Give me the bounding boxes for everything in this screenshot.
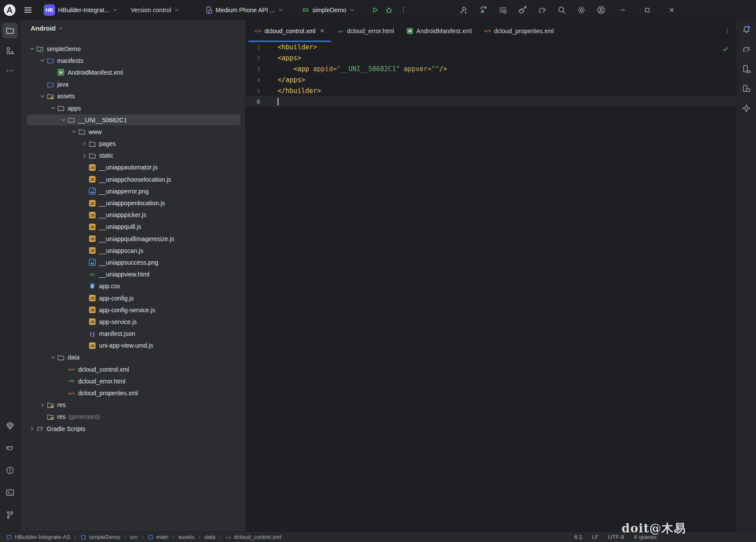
device-selector[interactable]: Medium Phone API ... [205, 6, 283, 14]
tree-item-__uniappscan.js[interactable]: JS__uniappscan.js [20, 245, 245, 256]
chevron-down-icon[interactable] [49, 354, 57, 361]
sync-alpha-button[interactable]: A [479, 6, 488, 14]
attach-debugger-button[interactable] [518, 6, 527, 14]
status-item-utf-8[interactable]: UTF-8 [608, 534, 624, 540]
tree-item-dcloud_control.xml[interactable]: </>dcloud_control.xml [20, 363, 245, 375]
tree-item-__uniappsuccess.png[interactable]: __uniappsuccess.png [20, 256, 245, 268]
more-actions-button[interactable] [400, 7, 407, 14]
tree-item-__uniappview.html[interactable]: <>__uniappview.html [20, 269, 245, 280]
chevron-right-icon[interactable] [28, 425, 36, 432]
breadcrumb-item-simpledemo[interactable]: simpleDemo [80, 534, 120, 540]
breadcrumb-item-assets[interactable]: assets [178, 534, 195, 540]
tree-item-dcloud_error.html[interactable]: <>dcloud_error.html [20, 375, 245, 387]
tree-item-gradle-scripts[interactable]: Gradle Scripts [20, 423, 245, 435]
code-line-6[interactable]: 6 [246, 96, 736, 107]
tree-item-data[interactable]: data [20, 352, 245, 363]
chevron-down-icon[interactable] [70, 128, 78, 135]
debug-button[interactable] [385, 6, 393, 14]
vcs-widget[interactable]: Version control [131, 7, 180, 14]
status-item-4-spaces[interactable]: 4 spaces [634, 534, 656, 540]
tree-item-__uniappopenlocation.js[interactable]: JS__uniappopenlocation.js [20, 197, 245, 209]
tree-item-simpledemo[interactable]: simpleDemo [20, 43, 245, 55]
breadcrumb-item-main[interactable]: main [148, 534, 168, 540]
code-line-4[interactable]: 4</apps> [246, 75, 736, 86]
inspection-ok-icon[interactable] [722, 45, 729, 52]
tool-button-project-folder[interactable] [2, 23, 18, 38]
editor[interactable]: 1<hbuilder>2<apps>3 <app appid="__UNI__5… [246, 42, 736, 532]
tool-button-ai-star[interactable] [739, 100, 754, 116]
chevron-right-icon[interactable] [80, 152, 88, 159]
tree-item-www[interactable]: www [20, 126, 245, 138]
breadcrumb-item-data[interactable]: data [204, 534, 215, 540]
tree-item-__uniapppicker.js[interactable]: JS__uniapppicker.js [20, 209, 245, 221]
code-line-3[interactable]: 3 <app appid="__UNI__50682C1" appver=""/… [246, 64, 736, 75]
tree-item-manifests[interactable]: manifests [20, 55, 245, 66]
code-line-1[interactable]: 1<hbuilder> [246, 42, 736, 53]
tree-item-app-config.js[interactable]: JSapp-config.js [20, 292, 245, 304]
tab-dcloud_control.xml[interactable]: </>dcloud_control.xml✕ [248, 20, 331, 41]
tree-item-uni-app-view.umd.js[interactable]: JSuni-app-view.umd.js [20, 340, 245, 352]
chevron-right-icon[interactable] [38, 401, 46, 408]
chevron-down-icon[interactable] [38, 57, 46, 64]
tab-dcloud_properties.xml[interactable]: </>dcloud_properties.xml [478, 20, 560, 41]
tree-item-app-config-service.js[interactable]: JSapp-config-service.js [20, 304, 245, 316]
tool-button-problems[interactable] [2, 463, 18, 478]
tree-item-res[interactable]: res(generated) [20, 411, 245, 423]
settings-gear-button[interactable] [577, 6, 586, 14]
tree-item-apps[interactable]: apps [20, 102, 245, 114]
code-line-2[interactable]: 2<apps> [246, 53, 736, 64]
build-hammer-button[interactable] [459, 6, 468, 14]
tree-item-static[interactable]: static [20, 150, 245, 162]
code-line-5[interactable]: 5</hbuilder> [246, 86, 736, 97]
breadcrumb-item-src[interactable]: src [130, 534, 137, 540]
tree-item-__uni__50682c1[interactable]: __UNI__50682C1 [20, 114, 245, 126]
window-close-button[interactable] [664, 3, 679, 17]
tree-item-__uniappchooselocation.js[interactable]: JS__uniappchooselocation.js [20, 173, 245, 185]
tool-button-git-branch[interactable] [2, 507, 18, 523]
chevron-down-icon[interactable] [28, 45, 36, 52]
gradle-elephant-button[interactable] [538, 6, 546, 14]
tree-item-java[interactable]: java [20, 79, 245, 90]
tool-button-terminal[interactable] [2, 485, 18, 501]
tree-item-__uniapperror.png[interactable]: __uniapperror.png [20, 185, 245, 197]
tree-item-dcloud_properties.xml[interactable]: </>dcloud_properties.xml [20, 387, 245, 399]
breadcrumb-item-hbuilder-integrate-as[interactable]: HBuilder-Integrate-AS [6, 534, 70, 540]
tree-item-assets[interactable]: assets [20, 90, 245, 102]
tree-item-__uniappautomator.js[interactable]: JS__uniappautomator.js [20, 162, 245, 173]
tool-button-resource-manager[interactable] [2, 43, 18, 59]
breadcrumb-item-dcloud_control.xml[interactable]: </>dcloud_control.xml [225, 534, 281, 540]
tab-androidmanifest.xml[interactable]: MAndroidManifest.xml [400, 20, 478, 41]
tool-button-device-manager[interactable] [739, 61, 754, 77]
tree-item-app-service.js[interactable]: JSapp-service.js [20, 316, 245, 328]
chevron-down-icon[interactable] [38, 93, 46, 100]
chevron-down-icon[interactable] [49, 105, 57, 112]
search-button[interactable] [557, 6, 566, 14]
tool-button-gem[interactable] [2, 418, 18, 434]
account-button[interactable] [597, 6, 605, 14]
close-tab-icon[interactable]: ✕ [320, 28, 325, 34]
project-selector[interactable]: HB HBuilder-Integrat... [44, 4, 118, 16]
tree-item-androidmanifest.xml[interactable]: MAndroidManifest.xml [20, 66, 245, 78]
status-item-lf[interactable]: LF [592, 534, 598, 540]
project-view-selector[interactable]: Android [31, 24, 63, 32]
tool-button-gradle-elephant[interactable] [739, 41, 754, 57]
tree-item-__uniappquill.js[interactable]: JS__uniappquill.js [20, 221, 245, 233]
window-minimize-button[interactable] [615, 3, 630, 17]
tab-dcloud_error.html[interactable]: <>dcloud_error.html [331, 20, 400, 41]
tab-options-icon[interactable] [724, 28, 731, 35]
run-button[interactable] [371, 6, 379, 14]
tool-button-logcat-cat[interactable] [2, 440, 18, 456]
tree-item-pages[interactable]: pages [20, 138, 245, 150]
run-configuration-selector[interactable]: simpleDemo [302, 6, 355, 14]
chevron-right-icon[interactable] [80, 140, 88, 147]
main-menu-button[interactable] [24, 6, 32, 14]
tool-button-more-horizontal[interactable] [2, 63, 18, 79]
status-item-6-1[interactable]: 6:1 [574, 534, 582, 540]
tree-item-app.css[interactable]: app.css [20, 280, 245, 292]
task-list-button[interactable] [498, 6, 507, 14]
chevron-down-icon[interactable] [59, 117, 67, 124]
window-maximize-button[interactable] [640, 3, 655, 17]
tool-button-notification-bell[interactable] [739, 22, 754, 38]
tool-button-running-devices[interactable] [739, 81, 754, 97]
tree-item-res[interactable]: res [20, 399, 245, 411]
